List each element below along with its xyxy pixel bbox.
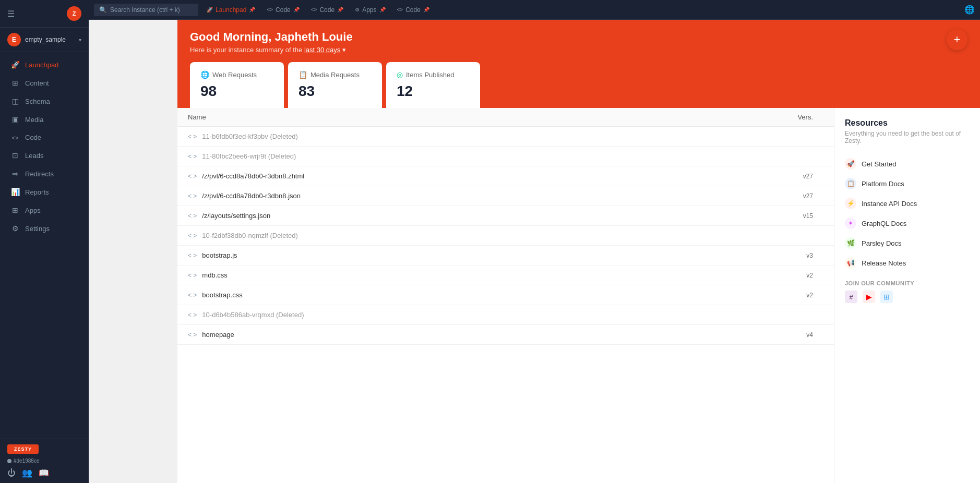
search-placeholder: Search Instance (ctrl + k) [110,6,180,14]
card-value: 12 [397,83,470,100]
users-icon[interactable]: 👥 [22,468,32,478]
search-box[interactable]: 🔍 Search Instance (ctrl + k) [94,4,198,16]
list-item[interactable]: < > mdb.css v2 [177,265,834,285]
item-name: 11-80fbc2bee6-wrjr9t (Deleted) [202,152,813,160]
power-icon[interactable]: ⏻ [7,468,16,478]
sidebar-item-settings[interactable]: ⚙ Settings [3,220,86,237]
add-button[interactable]: + [947,29,967,50]
hash-dot [7,459,11,463]
code-brackets-icon: < > [188,153,197,160]
code-tab-icon: <> [267,7,273,13]
tab-label: Code [276,6,291,14]
launchpad-icon: 🚀 [10,61,20,69]
list-item[interactable]: < > bootstrap.js v3 [177,246,834,265]
pin-icon: 📌 [293,7,300,13]
reports-icon: 📊 [10,188,20,196]
tab-code-3[interactable]: <> Code 📌 [392,4,435,16]
sidebar-item-media[interactable]: ▣ Media [3,111,86,128]
resources-panel: Resources Everything you need to get the… [834,108,980,483]
tab-code-1[interactable]: <> Code 📌 [261,4,304,16]
topbar: 🔍 Search Instance (ctrl + k) 🚀 Launchpad… [89,0,980,20]
tab-apps[interactable]: ⚙ Apps 📌 [350,4,390,16]
sidebar-item-label: Media [25,116,43,124]
avatar: E [7,33,21,46]
resource-instance-api[interactable]: ⚡ Instance API Docs [845,194,970,213]
card-web-requests: 🌐 Web Requests 98 [190,62,284,108]
list-item[interactable]: < > 10-f2dbf38db0-nqmzlf (Deleted) [177,226,834,246]
leads-icon: ⊡ [10,151,20,160]
list-item[interactable]: < > /z/layouts/settings.json v15 [177,206,834,226]
media-requests-icon: 📋 [298,70,307,79]
sidebar-item-content[interactable]: ⊞ Content [3,74,86,92]
sidebar-user[interactable]: E empty_sample ▾ [0,28,89,52]
list-item[interactable]: < > 10-d6b4b586ab-vrqmxd (Deleted) [177,305,834,325]
resource-platform-docs[interactable]: 📋 Platform Docs [845,174,970,194]
item-name: /z/pvl/6-ccd8a78db0-r3dbn8.json [202,192,803,200]
topbar-tabs: 🚀 Launchpad 📌 <> Code 📌 <> Code 📌 ⚙ Apps… [201,4,961,16]
pin-icon: 📌 [379,7,386,13]
sidebar-item-code[interactable]: <> Code [3,129,86,146]
sidebar-item-schema[interactable]: ◫ Schema [3,92,86,110]
hero-subtext: Here is your instance summary of the las… [190,46,967,54]
card-media-requests: 📋 Media Requests 83 [288,62,382,108]
hash-badge: #de1988ce [7,458,81,464]
table-icon[interactable]: ⊞ [880,291,893,303]
sidebar-item-label: Launchpad [25,61,58,69]
resource-parsley[interactable]: 🌿 Parsley Docs [845,233,970,253]
item-name: bootstrap.js [202,251,806,259]
platform-docs-icon: 📋 [845,178,856,189]
pin-icon: 📌 [423,7,429,13]
sidebar-item-reports[interactable]: 📊 Reports [3,183,86,201]
tab-launchpad[interactable]: 🚀 Launchpad 📌 [201,4,260,16]
list-item[interactable]: < > homepage v4 [177,325,834,345]
item-version: v2 [806,272,813,279]
resource-graphql[interactable]: ✦ GraphQL Docs [845,213,970,233]
item-name: 10-d6b4b586ab-vrqmxd (Deleted) [202,311,813,319]
code-brackets-icon: < > [188,252,197,259]
sidebar-item-redirects[interactable]: ⇒ Redirects [3,165,86,183]
list-item[interactable]: < > bootstrap.css v2 [177,285,834,305]
book-icon[interactable]: 📖 [39,468,49,478]
youtube-icon[interactable]: ▶ [863,291,875,303]
column-name: Name [188,113,797,121]
code-brackets-icon: < > [188,311,197,319]
list-item[interactable]: < > 11-b6fdb0f3ed-kf3pbv (Deleted) [177,127,834,147]
slack-icon[interactable]: # [845,291,857,303]
hash-value: #de1988ce [14,458,40,464]
last-30-days-link[interactable]: last 30 days [304,46,340,54]
apps-icon: ⊞ [10,206,20,214]
apps-tab-icon: ⚙ [355,7,360,13]
schema-icon: ◫ [10,97,20,105]
list-item[interactable]: < > 11-80fbc2bee6-wrjr9t (Deleted) [177,147,834,166]
list-item[interactable]: < > /z/pvl/6-ccd8a78db0-r3dbn8.zhtml v27 [177,166,834,186]
items-published-icon: ◎ [397,70,403,79]
resource-get-started[interactable]: 🚀 Get Started [845,154,970,174]
resource-label: Parsley Docs [862,239,902,247]
hero-cards: 🌐 Web Requests 98 📋 Media Requests 83 ◎ … [190,62,967,108]
card-items-published: ◎ Items Published 12 [386,62,480,108]
code-brackets-icon: < > [188,173,197,180]
code-brackets-icon: < > [188,272,197,279]
card-title: 🌐 Web Requests [200,70,273,79]
item-name: 11-b6fdb0f3ed-kf3pbv (Deleted) [202,132,813,140]
resources-title: Resources [845,118,970,128]
code-brackets-icon: < > [188,331,197,339]
search-icon: 🔍 [99,6,107,14]
sidebar-item-launchpad[interactable]: 🚀 Launchpad [3,56,86,74]
sidebar-item-label: Code [25,134,41,141]
hamburger-icon[interactable]: ☰ [7,9,15,19]
sidebar-item-apps[interactable]: ⊞ Apps [3,201,86,219]
get-started-icon: 🚀 [845,158,856,170]
community-icons: # ▶ ⊞ [845,291,970,303]
tab-code-2[interactable]: <> Code 📌 [306,4,349,16]
resource-label: Instance API Docs [862,200,917,208]
item-version: v2 [806,292,813,299]
code-tab-icon: <> [397,7,403,13]
globe-icon[interactable]: 🌐 [964,5,975,15]
zesty-brand: ZESTY [7,444,81,454]
list-item[interactable]: < > /z/pvl/6-ccd8a78db0-r3dbn8.json v27 [177,186,834,206]
resource-release-notes[interactable]: 📢 Release Notes [845,253,970,273]
sidebar-item-label: Redirects [25,170,54,178]
sidebar-item-leads[interactable]: ⊡ Leads [3,147,86,164]
redirects-icon: ⇒ [10,170,20,178]
